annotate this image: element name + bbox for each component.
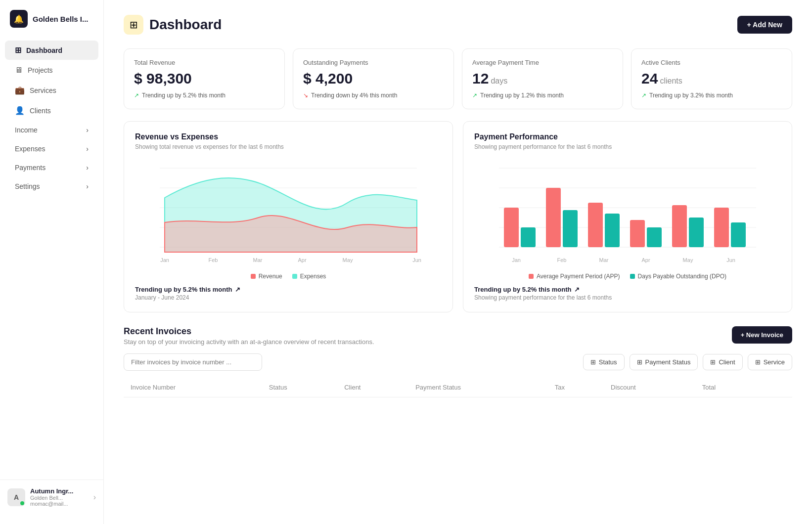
stats-grid: Total Revenue $ 98,300 ↗ Trending up by …	[124, 48, 792, 109]
stat-active-clients: Active Clients 24clients ↗ Trending up b…	[631, 48, 792, 109]
main-content: ⊞ Dashboard + Add New Total Revenue $ 98…	[104, 0, 812, 524]
svg-text:Mar: Mar	[599, 257, 609, 263]
sidebar-logo: 🔔 Golden Bells I...	[0, 10, 103, 40]
user-footer[interactable]: A Autumn Ingr... Golden Bell... momac@ma…	[0, 480, 103, 514]
svg-text:May: May	[683, 257, 693, 263]
legend-dot	[292, 274, 297, 279]
sidebar-section-settings[interactable]: Settings ›	[5, 177, 98, 195]
chart-subtitle: Showing total revenue vs expenses for th…	[135, 143, 442, 150]
revenue-chart: Jan Feb Mar Apr May Jun	[135, 158, 442, 267]
col-invoice-number: Invoice Number	[124, 378, 262, 397]
app-name: Golden Bells I...	[33, 15, 89, 23]
col-status: Status	[262, 378, 337, 397]
filter-icon: ⊞	[755, 358, 761, 366]
invoices-subtitle: Stay on top of your invoicing activity w…	[124, 338, 374, 346]
user-email: momac@mail...	[30, 501, 89, 507]
page-header: ⊞ Dashboard + Add New	[124, 15, 792, 35]
trend-arrow-icon: ↗	[574, 286, 580, 293]
svg-rect-19	[563, 210, 578, 247]
svg-rect-16	[504, 208, 519, 247]
svg-rect-23	[647, 227, 662, 247]
chart-trend: Trending up by 5.2% this month ↗	[474, 286, 781, 293]
service-filter-button[interactable]: ⊞ Service	[748, 354, 792, 370]
sidebar-item-label: Dashboard	[26, 46, 62, 54]
legend-dot	[251, 274, 256, 279]
invoices-header: Recent Invoices Stay on top of your invo…	[124, 326, 792, 346]
sidebar-item-label: Clients	[30, 107, 51, 115]
sidebar-item-services[interactable]: 💼 Services	[5, 81, 98, 100]
table-header-row: Invoice Number Status Client Payment Sta…	[124, 378, 792, 397]
chart-title: Revenue vs Expenses	[135, 132, 442, 141]
svg-text:Jan: Jan	[512, 257, 521, 263]
stat-value: 24clients	[641, 70, 782, 87]
stat-label: Active Clients	[641, 59, 782, 66]
col-tax: Tax	[548, 378, 604, 397]
sidebar-item-dashboard[interactable]: ⊞ Dashboard	[5, 41, 98, 60]
chart-legend: Revenue Expenses	[135, 273, 442, 280]
legend-dot	[529, 274, 534, 279]
payment-chart: Jan Feb Mar Apr May Jun	[474, 158, 781, 267]
legend-dot	[630, 274, 635, 279]
trend-down-icon: ↘	[303, 92, 308, 99]
sidebar-item-clients[interactable]: 👤 Clients	[5, 101, 98, 120]
trend-up-icon: ↗	[134, 92, 139, 99]
legend-dpo: Days Payable Outstanding (DPO)	[630, 273, 726, 280]
col-discount: Discount	[604, 378, 695, 397]
charts-row: Revenue vs Expenses Showing total revenu…	[124, 121, 792, 312]
chevron-down-icon: ›	[86, 182, 89, 190]
filter-icon: ⊞	[590, 358, 596, 366]
svg-text:Jun: Jun	[726, 257, 735, 263]
svg-rect-25	[689, 218, 704, 247]
online-indicator	[20, 501, 24, 505]
sidebar-item-projects[interactable]: 🖥 Projects	[5, 61, 98, 80]
main-nav: ⊞ Dashboard 🖥 Projects 💼 Services 👤 Clie…	[0, 40, 103, 196]
stat-avg-payment-time: Average Payment Time 12days ↗ Trending u…	[462, 48, 623, 109]
status-filter-button[interactable]: ⊞ Status	[583, 354, 625, 370]
add-new-button[interactable]: + Add New	[737, 16, 792, 34]
user-company: Golden Bell...	[30, 495, 89, 501]
svg-rect-21	[605, 214, 620, 247]
chart-trend: Trending up by 5.2% this month ↗	[135, 286, 442, 293]
svg-rect-26	[714, 208, 729, 247]
new-invoice-button[interactable]: + New Invoice	[732, 326, 792, 344]
stat-label: Total Revenue	[134, 59, 274, 66]
stat-trend: ↗ Trending up by 1.2% this month	[472, 92, 613, 99]
svg-text:May: May	[343, 257, 353, 263]
stat-label: Average Payment Time	[472, 59, 613, 66]
trend-up-icon: ↗	[472, 92, 477, 99]
projects-icon: 🖥	[15, 66, 23, 75]
payment-status-filter-button[interactable]: ⊞ Payment Status	[630, 354, 698, 370]
svg-rect-17	[521, 227, 536, 247]
logo-icon: 🔔	[10, 10, 28, 28]
col-client: Client	[337, 378, 408, 397]
filter-icon: ⊞	[710, 358, 716, 366]
chevron-down-icon: ›	[86, 164, 89, 172]
invoices-title-block: Recent Invoices Stay on top of your invo…	[124, 326, 374, 346]
svg-rect-27	[731, 222, 746, 247]
svg-text:Mar: Mar	[253, 257, 263, 263]
stat-trend: ↘ Trending down by 4% this month	[303, 92, 444, 99]
sidebar-section-payments[interactable]: Payments ›	[5, 159, 98, 176]
services-icon: 💼	[15, 86, 25, 95]
col-total: Total	[695, 378, 760, 397]
sidebar-section-income[interactable]: Income ›	[5, 121, 98, 139]
trend-arrow-icon: ↗	[235, 286, 240, 293]
stat-label: Outstanding Payments	[303, 59, 444, 66]
chevron-down-icon: ›	[86, 126, 89, 134]
client-filter-button[interactable]: ⊞ Client	[703, 354, 742, 370]
svg-text:Apr: Apr	[298, 257, 306, 263]
payment-chart-card: Payment Performance Showing payment perf…	[463, 121, 792, 312]
legend-app: Average Payment Period (APP)	[529, 273, 620, 280]
invoices-section: Recent Invoices Stay on top of your invo…	[124, 326, 792, 397]
search-input[interactable]	[124, 353, 262, 371]
chevron-down-icon: ›	[86, 145, 89, 153]
svg-rect-20	[588, 203, 603, 247]
dashboard-icon: ⊞	[15, 45, 21, 55]
revenue-chart-card: Revenue vs Expenses Showing total revenu…	[124, 121, 453, 312]
sidebar-section-expenses[interactable]: Expenses ›	[5, 140, 98, 158]
chart-title: Payment Performance	[474, 132, 781, 141]
dashboard-title-icon: ⊞	[124, 15, 143, 35]
legend-expenses: Expenses	[292, 273, 326, 280]
filter-icon: ⊞	[637, 358, 642, 366]
svg-rect-22	[630, 220, 645, 247]
